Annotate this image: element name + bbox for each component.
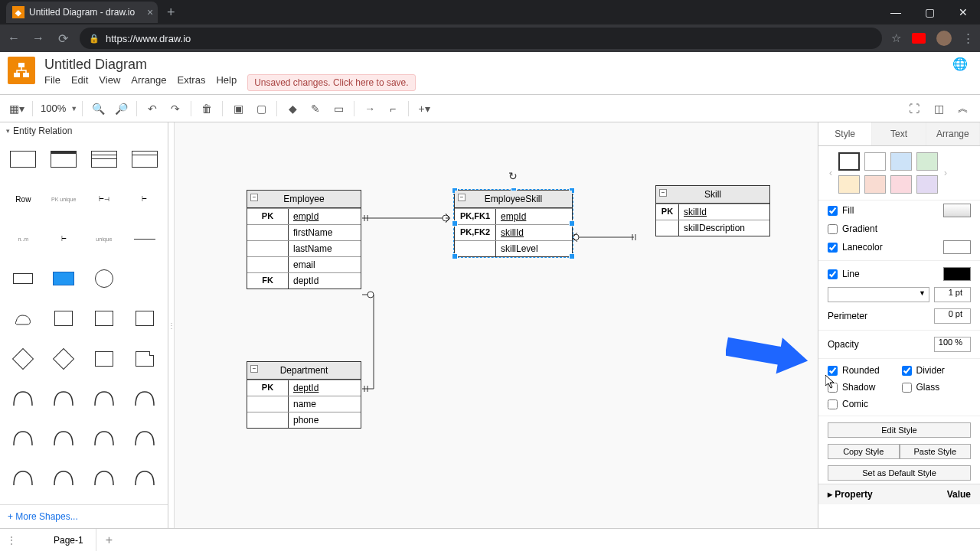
- shape-thumb[interactable]: [45, 303, 83, 334]
- add-page-button[interactable]: +: [96, 533, 122, 547]
- shape-thumb[interactable]: [86, 423, 123, 454]
- delete-icon[interactable]: 🗑: [196, 98, 217, 119]
- collapse-icon[interactable]: −: [458, 194, 466, 201]
- shape-row-label[interactable]: Row: [5, 184, 42, 214]
- menu-file[interactable]: File: [44, 74, 60, 86]
- rotate-handle-icon[interactable]: ↻: [508, 170, 518, 182]
- shape-thumb[interactable]: unique: [86, 223, 123, 254]
- collapse-icon[interactable]: −: [659, 189, 667, 197]
- shape-thumb[interactable]: PK unique: [45, 184, 83, 214]
- url-bar[interactable]: 🔒 https://www.draw.io: [80, 28, 882, 49]
- shape-thumb[interactable]: [45, 463, 83, 494]
- line-checkbox[interactable]: [828, 269, 838, 279]
- swatch[interactable]: [864, 175, 886, 194]
- shape-thumb[interactable]: [45, 423, 83, 454]
- rounded-checkbox[interactable]: [828, 366, 838, 376]
- zoom-level[interactable]: 100%: [38, 103, 69, 114]
- edit-style-button[interactable]: Edit Style: [828, 422, 971, 438]
- shape-thumb[interactable]: [126, 303, 163, 334]
- splitter[interactable]: ⋮: [168, 122, 175, 528]
- shape-thumb[interactable]: [5, 144, 42, 174]
- menu-view[interactable]: View: [99, 74, 120, 86]
- view-mode-icon[interactable]: ▦▾: [6, 98, 28, 119]
- zoom-out-icon[interactable]: 🔎: [110, 98, 132, 119]
- collapse-icon[interactable]: ︽: [952, 98, 974, 119]
- line-style-select[interactable]: ▼: [828, 287, 929, 302]
- back-icon[interactable]: ←: [6, 31, 21, 45]
- page-tab[interactable]: Page-1: [41, 529, 96, 551]
- shape-thumb[interactable]: [5, 463, 42, 494]
- swatch[interactable]: [916, 152, 938, 171]
- shape-thumb[interactable]: [86, 383, 123, 414]
- shape-thumb[interactable]: [126, 223, 163, 254]
- reload-icon[interactable]: ⟳: [55, 31, 70, 46]
- chevron-left-icon[interactable]: ‹: [828, 168, 834, 178]
- shape-thumb[interactable]: n..m: [5, 223, 42, 254]
- extension-icon[interactable]: [912, 33, 926, 44]
- menu-icon[interactable]: ⋮: [962, 31, 974, 45]
- default-style-button[interactable]: Set as Default Style: [828, 465, 971, 481]
- fill-color-icon[interactable]: ◆: [282, 98, 303, 119]
- line-color-icon[interactable]: ✎: [305, 98, 326, 119]
- shape-thumb[interactable]: [126, 423, 163, 454]
- shape-thumb[interactable]: ⊢: [45, 223, 83, 254]
- fill-color[interactable]: [943, 204, 971, 217]
- table-department[interactable]: −Department PKdeptId name phone: [247, 361, 361, 429]
- shape-thumb[interactable]: [86, 344, 123, 374]
- paste-style-button[interactable]: Paste Style: [900, 444, 972, 459]
- browser-tab[interactable]: ◆ Untitled Diagram - draw.io ×: [6, 2, 158, 23]
- swatch[interactable]: [890, 175, 912, 194]
- shape-thumb[interactable]: [86, 463, 123, 494]
- menu-arrange[interactable]: Arrange: [131, 74, 166, 86]
- minimize-icon[interactable]: —: [879, 6, 913, 18]
- collapse-icon[interactable]: −: [250, 194, 258, 201]
- shadow-icon[interactable]: ▭: [328, 98, 349, 119]
- sidebar-section-title[interactable]: Entity Relation: [0, 122, 168, 139]
- shape-thumb[interactable]: [126, 463, 163, 494]
- waypoint-icon[interactable]: ⌐: [382, 98, 403, 119]
- to-front-icon[interactable]: ▣: [227, 98, 249, 119]
- shape-thumb[interactable]: [45, 263, 83, 294]
- menu-help[interactable]: Help: [216, 74, 237, 86]
- shape-thumb[interactable]: [86, 263, 123, 294]
- shape-thumb[interactable]: ⊢: [126, 184, 163, 214]
- collapse-icon[interactable]: −: [250, 365, 258, 373]
- shape-thumb[interactable]: [45, 144, 83, 174]
- more-shapes-button[interactable]: + More Shapes...: [0, 504, 168, 528]
- undo-icon[interactable]: ↶: [142, 98, 163, 119]
- table-employee[interactable]: −Employee PKempId firstName lastName ema…: [247, 190, 361, 289]
- bookmark-icon[interactable]: ☆: [891, 31, 901, 45]
- menu-edit[interactable]: Edit: [71, 74, 88, 86]
- unsaved-banner[interactable]: Unsaved changes. Click here to save.: [247, 74, 415, 91]
- to-back-icon[interactable]: ▢: [250, 98, 272, 119]
- maximize-icon[interactable]: ▢: [913, 6, 946, 18]
- table-employee-skill[interactable]: −EmployeeSkill PK,FK1empId PK,FK2skillId…: [454, 190, 573, 257]
- lanecolor-checkbox[interactable]: [828, 243, 838, 253]
- tab-style[interactable]: Style: [818, 122, 872, 145]
- zoom-in-icon[interactable]: 🔍: [87, 98, 109, 119]
- shape-thumb[interactable]: [126, 383, 163, 414]
- shape-thumb[interactable]: [5, 344, 42, 374]
- close-icon[interactable]: ×: [147, 6, 153, 18]
- line-width-input[interactable]: 1 pt: [934, 287, 971, 302]
- fill-checkbox[interactable]: [828, 206, 838, 216]
- menu-extras[interactable]: Extras: [178, 74, 206, 86]
- copy-style-button[interactable]: Copy Style: [828, 444, 900, 459]
- shape-thumb[interactable]: ⊢⊣: [86, 184, 123, 214]
- profile-avatar[interactable]: [936, 31, 952, 46]
- swatch[interactable]: [916, 175, 938, 194]
- shape-thumb[interactable]: [5, 263, 42, 294]
- connection-icon[interactable]: →: [359, 98, 381, 119]
- shape-thumb[interactable]: [5, 383, 42, 414]
- format-panel-icon[interactable]: ◫: [928, 98, 949, 119]
- tab-arrange[interactable]: Arrange: [926, 122, 980, 145]
- document-title[interactable]: Untitled Diagram: [44, 57, 237, 73]
- comic-checkbox[interactable]: [828, 399, 838, 409]
- shape-thumb[interactable]: [5, 423, 42, 454]
- shape-thumb[interactable]: [126, 344, 163, 374]
- divider-checkbox[interactable]: [902, 366, 912, 376]
- tab-text[interactable]: Text: [872, 122, 926, 145]
- shape-thumb[interactable]: [126, 144, 163, 174]
- forward-icon[interactable]: →: [31, 31, 46, 45]
- shape-thumb[interactable]: [86, 303, 123, 334]
